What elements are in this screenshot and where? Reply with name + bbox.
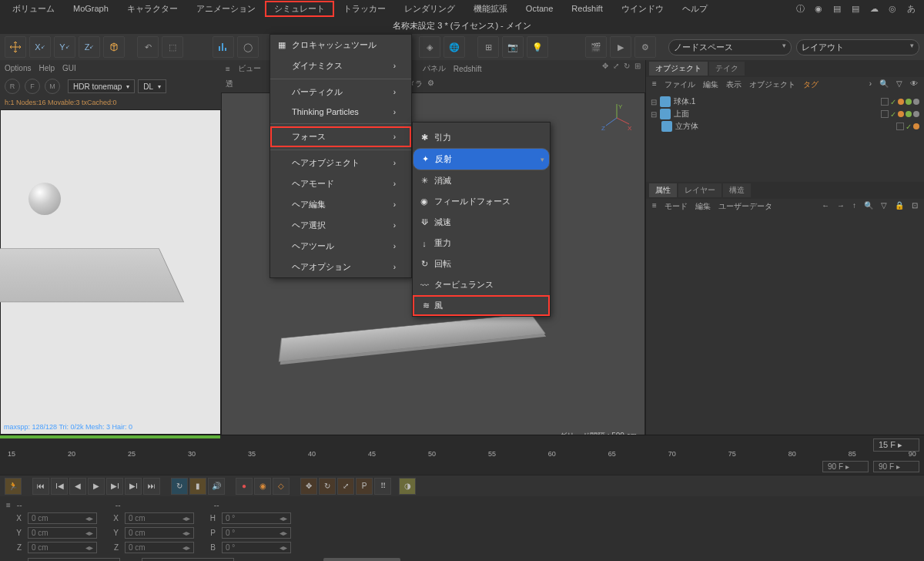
info-icon[interactable]: ⓘ <box>795 3 805 14</box>
frame-end-input[interactable]: 90 F ▸ <box>873 461 919 472</box>
history-icon[interactable]: ↶ <box>137 36 159 58</box>
attr-lock-icon[interactable]: 🔒 <box>895 201 904 212</box>
view-tab[interactable]: ビュー <box>238 63 261 74</box>
frame-start-input[interactable]: 15 F ▸ <box>873 438 919 452</box>
menu-help[interactable]: ヘルプ <box>673 1 717 17</box>
vp-rotate-icon[interactable]: ↻ <box>624 62 630 70</box>
clapper-icon[interactable]: 🎬 <box>585 36 607 58</box>
play-icon[interactable]: ▶ <box>88 478 105 495</box>
attr-userdata[interactable]: ユーザーデータ <box>718 201 772 212</box>
opt-help[interactable]: Help <box>38 64 55 72</box>
axis-x-icon[interactable]: X↙ <box>29 36 51 58</box>
attr-edit[interactable]: 編集 <box>695 201 711 212</box>
axis-gizmo[interactable]: YXZ <box>601 102 632 133</box>
menu-octane[interactable]: Octane <box>517 2 562 15</box>
pos-z-input[interactable]: 0 cm◂▸ <box>28 542 97 553</box>
force-field[interactable]: ◉フィールドフォース <box>413 191 550 212</box>
record-icon[interactable]: ◉ <box>813 3 824 14</box>
axis-z-icon[interactable]: Z↙ <box>79 36 100 58</box>
coord-scale-dd[interactable]: スケール <box>142 558 234 561</box>
obj-search-icon[interactable]: 🔍 <box>879 79 889 90</box>
dm-thinking-particles[interactable]: Thinking Particles› <box>270 102 411 121</box>
attr-search-icon[interactable]: 🔍 <box>864 201 873 212</box>
dm-hair-select[interactable]: ヘア選択› <box>270 215 411 236</box>
view-mode-dd[interactable]: 透 <box>226 79 233 89</box>
tonemap-dd[interactable]: HDR tonemap <box>68 79 135 93</box>
tab-layer[interactable]: レイヤー <box>678 183 721 197</box>
sphere-tool-icon[interactable]: ◯ <box>237 36 259 58</box>
attr-up-icon[interactable]: ↑ <box>852 201 856 212</box>
clipboard2-icon[interactable]: ▤ <box>850 3 861 14</box>
dm-hair-object[interactable]: ヘアオブジェクト› <box>270 153 411 173</box>
prev-frame-icon[interactable]: ◀ <box>69 478 86 495</box>
lang-icon[interactable]: あ <box>906 3 916 14</box>
vp-move-icon[interactable]: ✥ <box>602 62 608 70</box>
hamburger3-icon[interactable]: ≡ <box>652 201 657 212</box>
move-tool-icon[interactable] <box>5 36 26 58</box>
size-x-input[interactable]: 0 cm◂▸ <box>125 512 194 524</box>
pos-y-input[interactable]: 0 cm◂▸ <box>28 527 97 539</box>
camera-icon[interactable]: 📷 <box>502 36 524 58</box>
light-icon[interactable]: 💡 <box>527 36 548 58</box>
nodespace-select[interactable]: ノードスペース <box>668 39 792 55</box>
frame-cur-input[interactable]: 90 F ▸ <box>822 461 869 472</box>
rot-h-input[interactable]: 0 °◂▸ <box>222 512 291 524</box>
attr-back-icon[interactable]: ← <box>822 201 829 212</box>
m-icon[interactable]: M <box>45 79 60 94</box>
globe-icon[interactable]: 🌐 <box>444 36 465 58</box>
menu-simulate[interactable]: シミュレート <box>265 1 334 17</box>
obj-view[interactable]: 表示 <box>726 79 742 90</box>
obj-arrow-icon[interactable]: › <box>869 79 872 90</box>
apply-button[interactable]: 適用 <box>323 558 400 561</box>
tab-take[interactable]: テイク <box>709 62 745 76</box>
menu-character[interactable]: キャラクター <box>118 1 187 17</box>
rot-p-input[interactable]: 0 °◂▸ <box>222 527 291 539</box>
obj-filter-icon[interactable]: ▽ <box>896 79 902 90</box>
tab-struct[interactable]: 構造 <box>723 183 751 197</box>
left-viewport[interactable]: maxspp: 128/128 Tri: 0/2k Mesh: 3 Hair: … <box>0 109 221 435</box>
sound-icon[interactable]: 🔊 <box>208 478 225 495</box>
menu-rendering[interactable]: レンダリング <box>395 1 464 17</box>
tab-object[interactable]: オブジェクト <box>649 62 708 76</box>
force-destroy[interactable]: ✳消滅 <box>413 170 550 191</box>
vp-max-icon[interactable]: ⊞ <box>634 62 641 70</box>
clipboard-icon[interactable]: ▤ <box>832 3 842 14</box>
render-icon[interactable]: ⊞ <box>477 36 499 58</box>
param-key-icon[interactable]: P <box>356 478 373 495</box>
force-wind[interactable]: ≋風 <box>413 295 550 316</box>
attr-fwd-icon[interactable]: → <box>837 201 845 212</box>
vp-zoom-icon[interactable]: ⤢ <box>613 62 619 70</box>
dm-cloth-cache[interactable]: ▦クロキャッシュツール <box>270 35 411 55</box>
cube-tool-icon[interactable] <box>103 36 125 58</box>
dm-hair-tool[interactable]: ヘアツール› <box>270 236 411 257</box>
redshift-tab[interactable]: Redshift <box>454 65 482 73</box>
goto-start-icon[interactable]: ⏮ <box>32 478 49 495</box>
force-turbulence[interactable]: 〰タービュランス <box>413 274 550 295</box>
next-frame-icon[interactable]: ▶Ⅰ <box>106 478 123 495</box>
goto-end-icon[interactable]: ⏭ <box>143 478 160 495</box>
force-rotation[interactable]: ↻回転 <box>413 254 550 274</box>
force-reflect[interactable]: ✦反射 <box>413 148 550 170</box>
next-key-icon[interactable]: ▶Ⅰ <box>125 478 142 495</box>
pos-x-input[interactable]: 0 cm◂▸ <box>28 512 97 524</box>
menu-window[interactable]: ウインドウ <box>612 1 673 17</box>
layout-select[interactable]: レイアウト <box>796 39 919 55</box>
axis-y-icon[interactable]: Y↙ <box>54 36 75 58</box>
dm-force[interactable]: フォース› <box>270 126 411 147</box>
dl-dd[interactable]: DL <box>138 79 166 93</box>
coord-world-dd[interactable]: ワールド <box>28 558 120 561</box>
r-icon[interactable]: R <box>5 79 20 94</box>
cloner-icon[interactable]: ◈ <box>419 36 440 58</box>
record-key-icon[interactable]: ● <box>236 478 253 495</box>
timeline-ruler[interactable]: 15202530354045505560657075808590 15 F ▸ <box>0 435 924 458</box>
menu-extensions[interactable]: 機能拡張 <box>464 1 517 17</box>
cam-gear-icon[interactable]: ⚙ <box>427 79 434 89</box>
obj-tag[interactable]: タグ <box>803 79 819 90</box>
obj-eye-icon[interactable]: 👁 <box>910 79 918 90</box>
menu-animation[interactable]: アニメーション <box>187 1 265 17</box>
target-icon[interactable]: ◎ <box>887 3 898 14</box>
menu-redshift[interactable]: Redshift <box>562 2 611 15</box>
kf-block-icon[interactable]: ▮ <box>189 478 206 495</box>
dm-dynamics[interactable]: ダイナミクス› <box>270 55 411 76</box>
obj-row-cube[interactable]: 立方体 ✓ <box>651 120 919 133</box>
